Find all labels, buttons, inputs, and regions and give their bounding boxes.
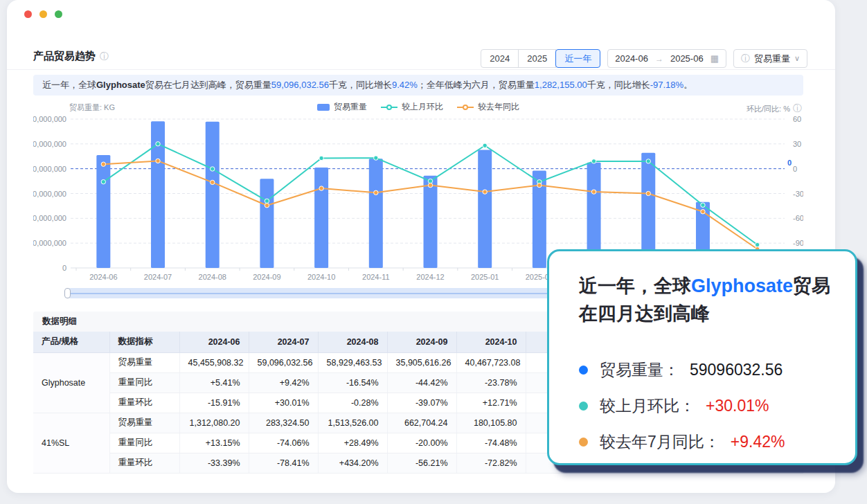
- svg-text:2024-12: 2024-12: [416, 273, 444, 281]
- time-range-button-2025[interactable]: 2025: [518, 49, 556, 68]
- value-cell: +28.49%: [318, 433, 387, 453]
- summary-segment: 59,096,032.56: [271, 80, 329, 90]
- tooltip-metric-label: 较上月环比：: [600, 395, 695, 417]
- value-cell: -56.21%: [387, 453, 456, 473]
- value-cell: 662,704.24: [387, 413, 456, 433]
- summary-segment: 。: [683, 80, 692, 90]
- svg-text:2024-10: 2024-10: [307, 273, 335, 281]
- value-cell: -0.28%: [318, 393, 387, 413]
- metric-cell: 重量环比: [109, 453, 179, 473]
- value-cell: +12.71%: [456, 393, 526, 413]
- value-cell: -20.00%: [387, 433, 456, 453]
- date-start: 2024-06: [615, 53, 648, 64]
- tooltip-metric-label: 较去年7月同比：: [600, 431, 720, 453]
- summary-segment: 贸易在七月达到高峰，贸易重量: [145, 80, 271, 90]
- summary-segment: Glyphosate: [96, 80, 145, 90]
- svg-text:30,000,000: 30,000,000: [33, 190, 66, 198]
- metric-dropdown-label: 贸易重量: [754, 53, 790, 65]
- value-cell: 283,324.50: [249, 413, 318, 433]
- close-window-icon[interactable]: [24, 10, 32, 18]
- table-header: 2024-10: [456, 332, 526, 352]
- screen: 产品贸易趋势 ⓘ 20242025近一年 2024-06 → 2025-06 ▦…: [0, 0, 867, 504]
- metric-cell: 重量同比: [109, 433, 179, 453]
- tooltip-title: 近一年，全球Glyphosate贸易在四月达到高峰: [579, 272, 837, 327]
- toolbar: 20242025近一年 2024-06 → 2025-06 ▦ ⓘ 贸易重量 ∨: [481, 49, 807, 68]
- date-arrow-icon: →: [655, 54, 663, 64]
- page-title-row: 产品贸易趋势 ⓘ: [33, 50, 109, 63]
- table-header: 2024-06: [179, 332, 249, 352]
- window-controls: [24, 10, 62, 18]
- value-cell: -72.82%: [456, 453, 526, 473]
- value-cell: 59,096,032.56: [249, 352, 318, 372]
- svg-text:50,000,000: 50,000,000: [33, 140, 66, 148]
- time-range-button-group: 20242025近一年: [481, 49, 600, 68]
- summary-segment: 近一年，全球: [42, 80, 96, 90]
- svg-text:2024-09: 2024-09: [253, 273, 280, 281]
- metric-cell: 贸易重量: [109, 352, 179, 372]
- value-cell: 58,929,463.53: [318, 352, 387, 372]
- summary-segment: 1,282,155.00: [535, 80, 587, 90]
- svg-text:-30: -30: [793, 190, 803, 198]
- time-range-button-2024[interactable]: 2024: [481, 49, 519, 68]
- datazoom-left-handle[interactable]: [64, 288, 71, 298]
- svg-text:2025-01: 2025-01: [471, 273, 499, 281]
- tooltip-metric-row: 贸易重量：59096032.56: [579, 357, 839, 383]
- value-cell: 40,467,723.08: [456, 352, 526, 372]
- summary-segment: 9.42%: [392, 80, 418, 90]
- svg-text:60: 60: [793, 115, 801, 123]
- svg-text:40,000,000: 40,000,000: [33, 165, 66, 173]
- value-cell: 1,312,080.20: [179, 413, 249, 433]
- time-range-button-近一年[interactable]: 近一年: [555, 49, 600, 68]
- tooltip-metric-row: 较去年7月同比：+9.42%: [579, 429, 839, 455]
- tooltip-metric-value: +30.01%: [706, 397, 769, 415]
- date-range-picker[interactable]: 2024-06 → 2025-06 ▦: [607, 49, 726, 68]
- svg-text:2024-08: 2024-08: [199, 273, 226, 281]
- value-cell: -39.07%: [387, 393, 456, 413]
- tooltip-items: 贸易重量：59096032.56较上月环比：+30.01%较去年7月同比：+9.…: [579, 347, 839, 455]
- metric-cell: 重量同比: [109, 372, 179, 393]
- tooltip-title-segment: Glyphosate: [691, 276, 793, 296]
- chevron-down-icon: ∨: [794, 54, 800, 63]
- value-cell: +9.42%: [249, 372, 318, 393]
- value-cell: -15.91%: [179, 393, 249, 413]
- value-cell: -44.42%: [387, 372, 456, 393]
- minimize-window-icon[interactable]: [39, 10, 47, 18]
- svg-text:0: 0: [62, 264, 66, 272]
- tooltip-metric-row: 较上月环比：+30.01%: [579, 393, 839, 419]
- tooltip-metric-value: 59096032.56: [690, 361, 783, 379]
- metric-dropdown[interactable]: ⓘ 贸易重量 ∨: [733, 49, 807, 68]
- summary-segment: -97.18%: [650, 80, 683, 90]
- maximize-window-icon[interactable]: [55, 10, 62, 18]
- value-cell: 180,105.80: [456, 413, 526, 433]
- title-info-icon[interactable]: ⓘ: [100, 51, 109, 63]
- table-header: 产品/规格: [33, 332, 109, 352]
- product-cell: 41%SL: [33, 413, 109, 473]
- tooltip-title-segment: 贸易: [793, 276, 830, 296]
- svg-text:10,000,000: 10,000,000: [33, 239, 66, 247]
- metric-dot-icon: [579, 366, 588, 375]
- table-header: 2024-08: [318, 332, 387, 352]
- value-cell: +30.01%: [249, 393, 318, 413]
- summary-segment: 千克，同比增长: [587, 80, 650, 90]
- value-cell: -33.39%: [179, 453, 249, 473]
- svg-text:-60: -60: [793, 214, 803, 222]
- summary-segment: 千克，同比增长: [329, 80, 392, 90]
- value-cell: 1,513,526.00: [318, 413, 387, 433]
- summary-segment: ；全年低峰为六月，贸易重量: [418, 80, 535, 90]
- value-cell: 45,455,908.32: [179, 352, 249, 372]
- svg-text:20,000,000: 20,000,000: [33, 214, 66, 222]
- value-cell: -23.78%: [456, 372, 526, 393]
- value-cell: 35,905,616.26: [387, 352, 456, 372]
- table-header: 2024-07: [249, 332, 318, 352]
- svg-text:0: 0: [787, 159, 792, 167]
- svg-text:30: 30: [793, 140, 801, 148]
- table-header: 数据指标: [109, 332, 179, 352]
- metric-info-icon: ⓘ: [741, 53, 750, 65]
- insight-tooltip: 近一年，全球Glyphosate贸易在四月达到高峰 贸易重量：59096032.…: [547, 249, 857, 465]
- header-divider: [7, 69, 835, 70]
- svg-text:2024-11: 2024-11: [362, 273, 390, 281]
- product-cell: Glyphosate: [33, 352, 109, 413]
- value-cell: +434.20%: [318, 453, 387, 473]
- summary-banner: 近一年，全球Glyphosate贸易在七月达到高峰，贸易重量59,096,032…: [33, 75, 803, 96]
- value-cell: -78.41%: [249, 453, 318, 473]
